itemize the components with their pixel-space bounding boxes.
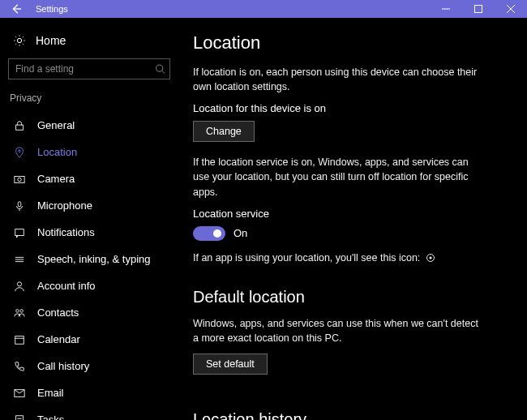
svg-point-1: [156, 65, 163, 71]
sidebar-item-camera[interactable]: Camera: [0, 165, 178, 192]
svg-rect-6: [18, 201, 21, 206]
svg-point-10: [20, 309, 24, 312]
svg-rect-11: [15, 336, 24, 344]
svg-point-15: [429, 257, 431, 259]
search-input[interactable]: [8, 58, 170, 79]
location-icon: [10, 147, 29, 158]
sidebar-item-contacts[interactable]: Contacts: [0, 299, 178, 326]
location-in-use-icon: [426, 253, 435, 263]
set-default-button[interactable]: Set default: [193, 354, 268, 375]
contacts-icon: [10, 307, 29, 319]
sidebar-item-email[interactable]: Email: [0, 379, 178, 406]
sidebar-item-label: Speech, inking, & typing: [37, 253, 150, 265]
sidebar-item-label: Calendar: [37, 333, 80, 345]
sidebar-item-tasks[interactable]: Tasks: [0, 406, 178, 420]
sidebar-item-label: Microphone: [37, 199, 92, 212]
location-intro-text: If location is on, each person using thi…: [193, 65, 485, 94]
minimize-button[interactable]: [430, 0, 462, 18]
speech-icon: [10, 254, 29, 265]
window-title: Settings: [36, 4, 68, 14]
calendar-icon: [10, 334, 29, 345]
default-location-heading: Default location: [193, 288, 511, 306]
service-label: Location service: [193, 208, 511, 220]
titlebar: Settings: [0, 0, 527, 18]
sidebar-item-label: General: [37, 119, 75, 131]
sidebar-item-location[interactable]: Location: [0, 139, 178, 165]
search-icon: [155, 64, 165, 75]
sidebar-item-account[interactable]: Account info: [0, 272, 178, 299]
sidebar-item-notifications[interactable]: Notifications: [0, 219, 178, 246]
sidebar-item-label: Tasks: [37, 414, 64, 420]
account-icon: [10, 281, 29, 292]
svg-rect-13: [16, 415, 24, 420]
sidebar-item-general[interactable]: General: [0, 112, 178, 139]
notifications-icon: [10, 227, 29, 238]
sidebar-item-label: Location: [37, 146, 77, 158]
sidebar-item-label: Call history: [37, 360, 89, 372]
device-status-label: Location for this device is on: [193, 102, 511, 114]
home-link[interactable]: Home: [0, 31, 178, 55]
minimize-icon: [442, 5, 450, 13]
change-button[interactable]: Change: [193, 121, 255, 142]
toggle-thumb: [213, 229, 221, 238]
svg-point-8: [17, 281, 21, 285]
back-button[interactable]: [0, 0, 32, 18]
svg-rect-4: [15, 176, 24, 182]
sidebar-item-label: Account info: [37, 280, 96, 292]
sidebar-item-label: Camera: [37, 173, 75, 185]
icon-notice-text: If an app is using your location, you'll…: [193, 251, 485, 265]
maximize-button[interactable]: [462, 0, 495, 18]
location-history-heading: Location history: [193, 410, 511, 420]
close-icon: [507, 5, 515, 13]
page-title: Location: [193, 32, 511, 54]
sidebar-item-label: Contacts: [37, 306, 79, 319]
microphone-icon: [10, 200, 29, 212]
svg-point-3: [19, 149, 21, 152]
home-label: Home: [36, 34, 66, 47]
close-button[interactable]: [495, 0, 527, 18]
search-container: [8, 58, 170, 79]
sidebar: Home Privacy General Location Camera Mic…: [0, 18, 178, 420]
svg-rect-2: [16, 125, 24, 130]
location-service-toggle[interactable]: On: [193, 226, 511, 241]
phone-icon: [10, 361, 29, 372]
sidebar-item-label: Email: [37, 387, 64, 399]
tasks-icon: [10, 414, 29, 421]
default-location-text: Windows, apps, and services can use this…: [193, 316, 485, 345]
gear-icon: [10, 34, 29, 47]
sidebar-item-speech[interactable]: Speech, inking, & typing: [0, 246, 178, 272]
maximize-icon: [474, 5, 482, 13]
svg-rect-0: [475, 6, 482, 13]
svg-point-9: [16, 309, 19, 312]
sidebar-item-callhistory[interactable]: Call history: [0, 353, 178, 379]
lock-icon: [10, 120, 29, 131]
content-pane: Location If location is on, each person …: [178, 18, 527, 420]
section-heading: Privacy: [0, 91, 178, 112]
sidebar-item-microphone[interactable]: Microphone: [0, 192, 178, 219]
camera-icon: [10, 174, 29, 185]
sidebar-item-calendar[interactable]: Calendar: [0, 326, 178, 353]
service-desc-text: If the location service is on, Windows, …: [193, 155, 485, 199]
sidebar-item-label: Notifications: [37, 226, 95, 238]
toggle-track: [193, 226, 225, 241]
email-icon: [10, 388, 29, 399]
svg-point-5: [18, 178, 21, 181]
arrow-left-icon: [11, 3, 22, 15]
toggle-state-label: On: [234, 227, 247, 239]
svg-rect-7: [15, 229, 24, 235]
